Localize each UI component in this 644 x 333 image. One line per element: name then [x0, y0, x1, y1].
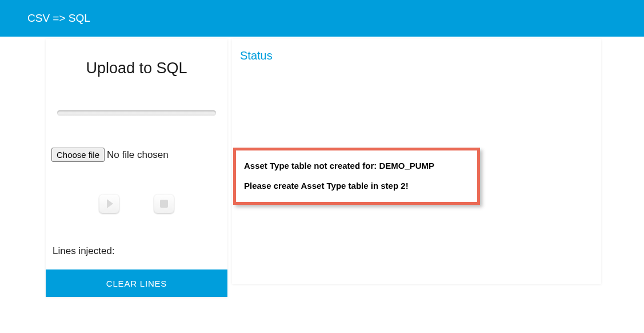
stop-icon: [160, 200, 168, 208]
upload-panel: Upload to SQL Choose file No file chosen…: [46, 39, 227, 297]
status-heading: Status: [240, 49, 593, 62]
file-input-row: Choose file No file chosen: [51, 148, 227, 162]
app-title: CSV => SQL: [27, 12, 90, 25]
main-content: Upload to SQL Choose file No file chosen…: [0, 37, 644, 297]
play-button[interactable]: [99, 194, 119, 213]
control-row: [46, 194, 227, 213]
top-bar: CSV => SQL: [0, 0, 644, 37]
status-panel: Status Asset Type table not created for:…: [232, 39, 601, 284]
clear-lines-button[interactable]: CLEAR LINES: [46, 269, 227, 297]
error-line-1: Asset Type table not created for: DEMO_P…: [244, 161, 469, 171]
file-status-text: No file chosen: [107, 149, 169, 161]
play-icon: [107, 199, 113, 208]
error-line-2: Please create Asset Type table in step 2…: [244, 181, 469, 191]
progress-wrap: [46, 110, 227, 116]
lines-injected-label: Lines injected:: [53, 245, 227, 257]
choose-file-button[interactable]: Choose file: [51, 148, 105, 162]
error-message-box: Asset Type table not created for: DEMO_P…: [233, 148, 480, 205]
progress-bar: [57, 110, 216, 116]
stop-button[interactable]: [154, 194, 174, 213]
upload-title: Upload to SQL: [46, 60, 227, 77]
